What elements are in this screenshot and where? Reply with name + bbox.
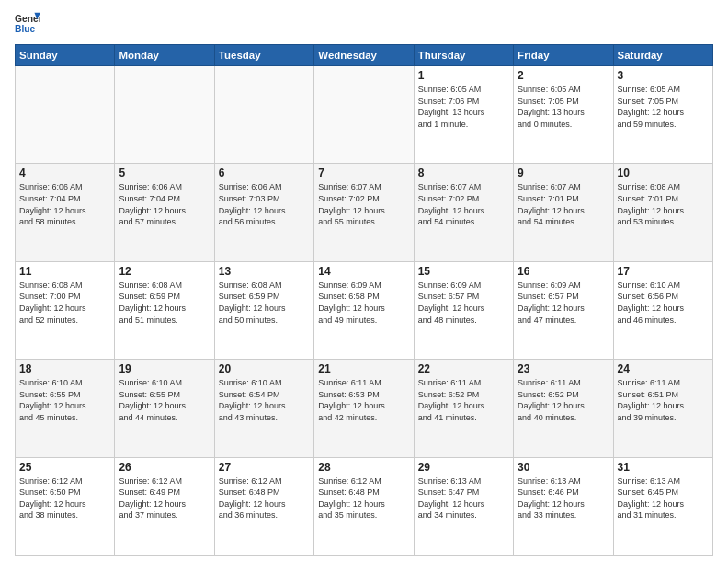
- header-dow-friday: Friday: [514, 45, 613, 66]
- header: GeneralBlue: [15, 11, 713, 37]
- day-info: Sunrise: 6:07 AM Sunset: 7:02 PM Dayligh…: [318, 181, 409, 227]
- calendar-cell: 7Sunrise: 6:07 AM Sunset: 7:02 PM Daylig…: [314, 164, 414, 261]
- calendar-cell: 10Sunrise: 6:08 AM Sunset: 7:01 PM Dayli…: [613, 164, 712, 261]
- calendar-cell: 22Sunrise: 6:11 AM Sunset: 6:52 PM Dayli…: [414, 360, 513, 457]
- day-info: Sunrise: 6:12 AM Sunset: 6:48 PM Dayligh…: [219, 476, 310, 522]
- day-info: Sunrise: 6:09 AM Sunset: 6:57 PM Dayligh…: [518, 280, 609, 326]
- day-number: 28: [318, 461, 409, 474]
- day-info: Sunrise: 6:10 AM Sunset: 6:54 PM Dayligh…: [219, 377, 310, 423]
- logo-icon: GeneralBlue: [15, 11, 40, 37]
- day-info: Sunrise: 6:12 AM Sunset: 6:49 PM Dayligh…: [119, 476, 210, 522]
- header-row: SundayMondayTuesdayWednesdayThursdayFrid…: [16, 45, 713, 66]
- day-info: Sunrise: 6:12 AM Sunset: 6:50 PM Dayligh…: [19, 476, 110, 522]
- calendar-cell: [314, 66, 414, 164]
- header-dow-sunday: Sunday: [16, 45, 115, 66]
- day-number: 21: [318, 362, 409, 375]
- calendar-cell: 9Sunrise: 6:07 AM Sunset: 7:01 PM Daylig…: [514, 164, 613, 261]
- day-info: Sunrise: 6:11 AM Sunset: 6:52 PM Dayligh…: [518, 377, 609, 423]
- week-row-2: 4Sunrise: 6:06 AM Sunset: 7:04 PM Daylig…: [16, 164, 713, 261]
- calendar-cell: 28Sunrise: 6:12 AM Sunset: 6:48 PM Dayli…: [314, 457, 414, 555]
- header-dow-thursday: Thursday: [414, 45, 513, 66]
- day-info: Sunrise: 6:06 AM Sunset: 7:03 PM Dayligh…: [219, 181, 310, 227]
- calendar-cell: 25Sunrise: 6:12 AM Sunset: 6:50 PM Dayli…: [16, 457, 115, 555]
- day-number: 23: [518, 362, 609, 375]
- day-info: Sunrise: 6:08 AM Sunset: 7:01 PM Dayligh…: [618, 181, 709, 227]
- calendar-cell: 23Sunrise: 6:11 AM Sunset: 6:52 PM Dayli…: [514, 360, 613, 457]
- calendar-cell: 21Sunrise: 6:11 AM Sunset: 6:53 PM Dayli…: [314, 360, 414, 457]
- calendar-cell: 31Sunrise: 6:13 AM Sunset: 6:45 PM Dayli…: [613, 457, 712, 555]
- day-info: Sunrise: 6:11 AM Sunset: 6:51 PM Dayligh…: [618, 377, 709, 423]
- week-row-5: 25Sunrise: 6:12 AM Sunset: 6:50 PM Dayli…: [16, 457, 713, 555]
- logo: GeneralBlue: [15, 11, 40, 37]
- calendar-cell: [16, 66, 115, 164]
- day-info: Sunrise: 6:05 AM Sunset: 7:06 PM Dayligh…: [418, 84, 509, 130]
- calendar-cell: 1Sunrise: 6:05 AM Sunset: 7:06 PM Daylig…: [414, 66, 513, 164]
- day-number: 14: [318, 265, 409, 278]
- calendar-cell: 18Sunrise: 6:10 AM Sunset: 6:55 PM Dayli…: [16, 360, 115, 457]
- calendar-cell: 27Sunrise: 6:12 AM Sunset: 6:48 PM Dayli…: [214, 457, 313, 555]
- day-info: Sunrise: 6:11 AM Sunset: 6:52 PM Dayligh…: [418, 377, 509, 423]
- calendar-cell: 16Sunrise: 6:09 AM Sunset: 6:57 PM Dayli…: [514, 261, 613, 359]
- calendar-cell: 11Sunrise: 6:08 AM Sunset: 7:00 PM Dayli…: [16, 261, 115, 359]
- day-info: Sunrise: 6:11 AM Sunset: 6:53 PM Dayligh…: [318, 377, 409, 423]
- day-info: Sunrise: 6:06 AM Sunset: 7:04 PM Dayligh…: [119, 181, 210, 227]
- day-number: 3: [618, 69, 709, 82]
- calendar-cell: 24Sunrise: 6:11 AM Sunset: 6:51 PM Dayli…: [613, 360, 712, 457]
- calendar-cell: 20Sunrise: 6:10 AM Sunset: 6:54 PM Dayli…: [214, 360, 313, 457]
- day-number: 29: [418, 461, 509, 474]
- day-number: 10: [618, 167, 709, 179]
- day-info: Sunrise: 6:12 AM Sunset: 6:48 PM Dayligh…: [318, 476, 409, 522]
- day-info: Sunrise: 6:10 AM Sunset: 6:55 PM Dayligh…: [119, 377, 210, 423]
- svg-text:Blue: Blue: [15, 24, 36, 34]
- header-dow-saturday: Saturday: [613, 45, 712, 66]
- calendar-cell: 13Sunrise: 6:08 AM Sunset: 6:59 PM Dayli…: [214, 261, 313, 359]
- day-number: 30: [518, 461, 609, 474]
- day-number: 12: [119, 265, 210, 278]
- calendar-cell: 4Sunrise: 6:06 AM Sunset: 7:04 PM Daylig…: [16, 164, 115, 261]
- day-number: 20: [219, 362, 310, 375]
- calendar-cell: 6Sunrise: 6:06 AM Sunset: 7:03 PM Daylig…: [214, 164, 313, 261]
- day-number: 22: [418, 362, 509, 375]
- calendar-cell: 30Sunrise: 6:13 AM Sunset: 6:46 PM Dayli…: [514, 457, 613, 555]
- calendar-cell: 3Sunrise: 6:05 AM Sunset: 7:05 PM Daylig…: [613, 66, 712, 164]
- calendar-cell: 2Sunrise: 6:05 AM Sunset: 7:05 PM Daylig…: [514, 66, 613, 164]
- calendar-cell: 17Sunrise: 6:10 AM Sunset: 6:56 PM Dayli…: [613, 261, 712, 359]
- day-info: Sunrise: 6:05 AM Sunset: 7:05 PM Dayligh…: [618, 84, 709, 130]
- calendar-cell: [214, 66, 313, 164]
- week-row-4: 18Sunrise: 6:10 AM Sunset: 6:55 PM Dayli…: [16, 360, 713, 457]
- day-number: 16: [518, 265, 609, 278]
- calendar-cell: 29Sunrise: 6:13 AM Sunset: 6:47 PM Dayli…: [414, 457, 513, 555]
- calendar-table: SundayMondayTuesdayWednesdayThursdayFrid…: [15, 44, 713, 556]
- day-info: Sunrise: 6:13 AM Sunset: 6:46 PM Dayligh…: [518, 476, 609, 522]
- day-info: Sunrise: 6:08 AM Sunset: 6:59 PM Dayligh…: [119, 280, 210, 326]
- week-row-1: 1Sunrise: 6:05 AM Sunset: 7:06 PM Daylig…: [16, 66, 713, 164]
- calendar-cell: 5Sunrise: 6:06 AM Sunset: 7:04 PM Daylig…: [115, 164, 214, 261]
- day-number: 1: [418, 69, 509, 82]
- day-info: Sunrise: 6:07 AM Sunset: 7:01 PM Dayligh…: [518, 181, 609, 227]
- calendar-cell: 15Sunrise: 6:09 AM Sunset: 6:57 PM Dayli…: [414, 261, 513, 359]
- day-info: Sunrise: 6:08 AM Sunset: 6:59 PM Dayligh…: [219, 280, 310, 326]
- calendar-cell: 26Sunrise: 6:12 AM Sunset: 6:49 PM Dayli…: [115, 457, 214, 555]
- calendar-cell: 8Sunrise: 6:07 AM Sunset: 7:02 PM Daylig…: [414, 164, 513, 261]
- day-number: 2: [518, 69, 609, 82]
- day-number: 6: [219, 167, 310, 179]
- day-info: Sunrise: 6:09 AM Sunset: 6:58 PM Dayligh…: [318, 280, 409, 326]
- day-number: 8: [418, 167, 509, 179]
- day-number: 11: [19, 265, 110, 278]
- day-number: 26: [119, 461, 210, 474]
- day-number: 17: [618, 265, 709, 278]
- day-number: 9: [518, 167, 609, 179]
- day-info: Sunrise: 6:05 AM Sunset: 7:05 PM Dayligh…: [518, 84, 609, 130]
- header-dow-tuesday: Tuesday: [214, 45, 313, 66]
- day-info: Sunrise: 6:06 AM Sunset: 7:04 PM Dayligh…: [19, 181, 110, 227]
- day-number: 15: [418, 265, 509, 278]
- calendar-cell: 14Sunrise: 6:09 AM Sunset: 6:58 PM Dayli…: [314, 261, 414, 359]
- header-dow-wednesday: Wednesday: [314, 45, 414, 66]
- calendar-cell: 12Sunrise: 6:08 AM Sunset: 6:59 PM Dayli…: [115, 261, 214, 359]
- day-info: Sunrise: 6:13 AM Sunset: 6:45 PM Dayligh…: [618, 476, 709, 522]
- day-info: Sunrise: 6:10 AM Sunset: 6:55 PM Dayligh…: [19, 377, 110, 423]
- day-number: 25: [19, 461, 110, 474]
- day-number: 4: [19, 167, 110, 179]
- calendar-cell: [115, 66, 214, 164]
- day-number: 19: [119, 362, 210, 375]
